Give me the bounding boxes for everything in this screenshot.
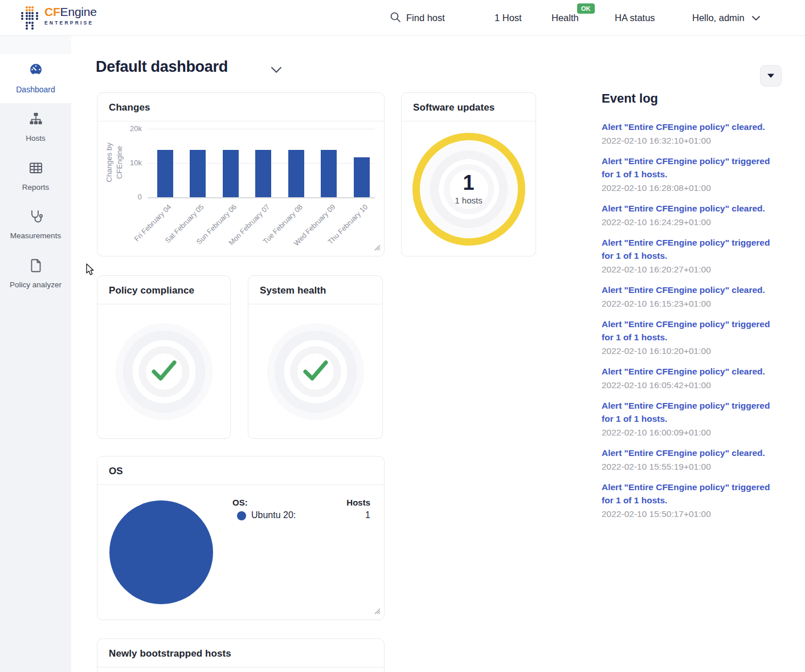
sidebar-item-label: Reports (2, 183, 69, 192)
event-log-entry: Alert "Entire CFEngine policy" cleared.2… (602, 446, 782, 474)
health-status-badge: OK (577, 3, 595, 14)
changes-bar (223, 150, 239, 197)
y-axis-label: Changes by CFEngine (104, 128, 125, 197)
gridline (148, 129, 375, 129)
changes-bar (321, 150, 337, 197)
changes-bar (288, 150, 304, 197)
event-log-alert-link[interactable]: Alert "Entire CFEngine policy" triggered… (602, 154, 782, 181)
software-updates-count: 1 (463, 173, 474, 193)
policy-analyzer-file-icon (28, 258, 43, 273)
search-icon (390, 11, 401, 25)
system-health-card: System health (248, 275, 383, 439)
user-greeting: Hello, admin (692, 13, 745, 23)
legend-dot-icon (237, 511, 246, 520)
page-title: Default dashboard (96, 58, 228, 76)
event-log-timestamp: 2022-02-10 16:00:09+01:00 (602, 425, 782, 439)
event-log-entry: Alert "Entire CFEngine policy" cleared.2… (602, 283, 782, 311)
sidebar-item-label: Measurements (2, 231, 69, 241)
sidebar-item-dashboard[interactable]: Dashboard (0, 54, 71, 103)
os-card: OS OS: Hosts Ubuntu 20:1 (97, 456, 385, 620)
event-log-entries: Alert "Entire CFEngine policy" cleared.2… (602, 120, 782, 521)
resize-handle-icon[interactable] (374, 243, 381, 253)
ha-status-link[interactable]: HA status (615, 0, 655, 36)
event-log-alert-link[interactable]: Alert "Entire CFEngine policy" triggered… (602, 317, 782, 344)
event-log-entry: Alert "Entire CFEngine policy" cleared.2… (602, 120, 782, 148)
event-log-alert-link[interactable]: Alert "Entire CFEngine policy" cleared. (602, 202, 782, 215)
sidebar-top-strip (0, 36, 71, 54)
sidebar-item-hosts[interactable]: Hosts (0, 103, 71, 152)
event-log-collapse-button[interactable] (760, 65, 782, 87)
event-log-entry: Alert "Entire CFEngine policy" triggered… (602, 480, 782, 521)
software-updates-card: Software updates 1 1 hosts (401, 92, 536, 256)
sidebar-item-reports[interactable]: Reports (0, 152, 71, 201)
os-legend-header: OS: (232, 498, 248, 507)
event-log-entry: Alert "Entire CFEngine policy" triggered… (602, 399, 782, 439)
event-log-entry: Alert "Entire CFEngine policy" triggered… (602, 236, 782, 276)
host-count-link[interactable]: 1 Host (495, 0, 522, 36)
sidebar-nav: Dashboard Hosts Reports (0, 36, 71, 672)
cfengine-logo[interactable]: CFEngine ENTERPRISE (21, 6, 97, 33)
event-log-alert-link[interactable]: Alert "Entire CFEngine policy" cleared. (602, 283, 782, 296)
software-updates-title: Software updates (402, 93, 536, 121)
event-log-timestamp: 2022-02-10 16:24:29+01:00 (602, 215, 782, 229)
newly-bootstrapped-hosts-title: Newly bootstrapped hosts (97, 639, 384, 667)
find-host-search[interactable]: Find host (390, 0, 445, 36)
y-tick-label: 0 (124, 193, 142, 201)
event-log-alert-link[interactable]: Alert "Entire CFEngine policy" triggered… (602, 480, 782, 507)
event-log-alert-link[interactable]: Alert "Entire CFEngine policy" cleared. (602, 120, 782, 133)
changes-card: Changes Changes by CFEngine 20k10k0Fri F… (97, 92, 385, 256)
event-log-timestamp: 2022-02-10 16:10:20+01:00 (602, 344, 782, 358)
newly-bootstrapped-hosts-card: Newly bootstrapped hosts (97, 638, 385, 672)
check-icon (302, 359, 329, 384)
event-log-alert-link[interactable]: Alert "Entire CFEngine policy" triggered… (602, 399, 782, 425)
health-link[interactable]: Health (551, 0, 579, 36)
policy-compliance-card: Policy compliance (97, 275, 231, 439)
measurements-stethoscope-icon (28, 209, 43, 224)
brand-name: CFEngine (44, 5, 97, 18)
changes-bar (255, 150, 271, 197)
event-log-entry: Alert "Entire CFEngine policy" cleared.2… (602, 202, 782, 229)
y-tick-label: 10k (124, 158, 142, 167)
event-log-timestamp: 2022-02-10 16:15:23+01:00 (602, 296, 782, 311)
os-card-title: OS (97, 457, 384, 485)
event-log-entry: Alert "Entire CFEngine policy" triggered… (602, 317, 782, 358)
changes-bar (157, 150, 173, 197)
event-log-entry: Alert "Entire CFEngine policy" cleared.2… (602, 365, 782, 392)
sidebar-item-measurements[interactable]: Measurements (0, 201, 71, 250)
event-log-timestamp: 2022-02-10 16:32:10+01:00 (602, 133, 782, 148)
system-health-title: System health (248, 276, 382, 304)
brand-subtitle: ENTERPRISE (44, 21, 97, 26)
event-log-alert-link[interactable]: Alert "Entire CFEngine policy" cleared. (602, 365, 782, 378)
mouse-cursor (84, 263, 96, 278)
software-updates-hosts: 1 hosts (455, 196, 482, 205)
event-log-alert-link[interactable]: Alert "Entire CFEngine policy" cleared. (602, 446, 782, 459)
check-icon (150, 359, 178, 384)
chevron-down-icon (751, 13, 761, 23)
cfengine-logo-icon (21, 6, 40, 33)
app-header: CFEngine ENTERPRISE Find host 1 Host Hea… (0, 0, 805, 36)
event-log-timestamp: 2022-02-10 15:50:17+01:00 (602, 507, 782, 521)
policy-compliance-title: Policy compliance (97, 276, 230, 304)
dashboard-selector-chevron-icon[interactable] (270, 66, 283, 76)
event-log-alert-link[interactable]: Alert "Entire CFEngine policy" triggered… (602, 236, 782, 262)
dashboard-gauge-icon (28, 63, 43, 78)
os-name: Ubuntu 20: (251, 510, 296, 520)
os-pie-chart (109, 500, 213, 604)
os-hosts-header: Hosts (346, 498, 370, 507)
resize-handle-icon[interactable] (374, 606, 381, 617)
event-log-timestamp: 2022-02-10 16:20:27+01:00 (602, 262, 782, 276)
changes-bar (190, 150, 206, 197)
policy-compliance-rings (108, 315, 220, 428)
sidebar-item-label: Dashboard (2, 85, 69, 94)
sidebar-item-policy-analyzer[interactable]: Policy analyzer (0, 250, 71, 299)
event-log-timestamp: 2022-02-10 16:28:08+01:00 (602, 181, 782, 195)
os-host-count: 1 (365, 510, 370, 520)
user-menu[interactable]: Hello, admin (692, 0, 761, 36)
gridline (148, 197, 375, 198)
y-tick-label: 20k (124, 124, 142, 133)
caret-down-icon (767, 72, 775, 80)
reports-table-icon (28, 161, 43, 176)
sidebar-item-label: Policy analyzer (2, 280, 69, 290)
os-legend-row: Ubuntu 20:1 (232, 510, 370, 522)
hosts-sitemap-icon (28, 112, 43, 127)
